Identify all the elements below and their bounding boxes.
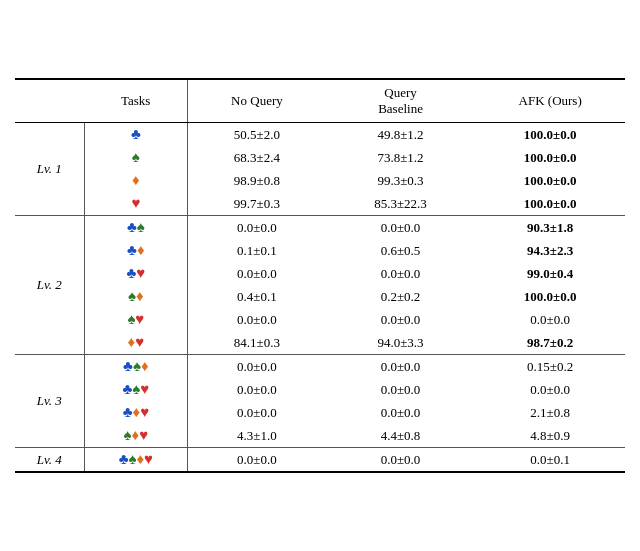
task-cell: ♣♦ <box>84 239 188 262</box>
afk-cell: 98.7±0.2 <box>475 331 625 355</box>
table-container: Tasks No Query QueryBaseline AFK (Ours) … <box>15 78 625 473</box>
task-cell: ♠♥ <box>84 308 188 331</box>
query-baseline-cell: 0.0±0.0 <box>326 216 476 240</box>
afk-cell: 0.0±0.1 <box>475 448 625 473</box>
query-baseline-cell: 0.0±0.0 <box>326 355 476 379</box>
no-query-cell: 0.0±0.0 <box>188 378 326 401</box>
query-baseline-cell: 94.0±3.3 <box>326 331 476 355</box>
query-baseline-cell: 0.6±0.5 <box>326 239 476 262</box>
level-label: Lv. 2 <box>15 216 84 355</box>
level-label: Lv. 4 <box>15 448 84 473</box>
task-cell: ♠ <box>84 146 188 169</box>
header-afk: AFK (Ours) <box>475 79 625 123</box>
afk-cell: 0.0±0.0 <box>475 308 625 331</box>
task-cell: ♣ <box>84 123 188 147</box>
afk-cell: 99.0±0.4 <box>475 262 625 285</box>
table-row: ♠68.3±2.473.8±1.2100.0±0.0 <box>15 146 625 169</box>
no-query-cell: 84.1±0.3 <box>188 331 326 355</box>
afk-cell: 2.1±0.8 <box>475 401 625 424</box>
afk-cell: 100.0±0.0 <box>475 285 625 308</box>
no-query-cell: 0.0±0.0 <box>188 262 326 285</box>
table-row: ♣♦♥0.0±0.00.0±0.02.1±0.8 <box>15 401 625 424</box>
header-query-baseline: QueryBaseline <box>326 79 476 123</box>
no-query-cell: 99.7±0.3 <box>188 192 326 216</box>
task-cell: ♠♦ <box>84 285 188 308</box>
task-cell: ♣♠♦ <box>84 355 188 379</box>
task-cell: ♣♠♦♥ <box>84 448 188 473</box>
header-no-query: No Query <box>188 79 326 123</box>
afk-cell: 0.15±0.2 <box>475 355 625 379</box>
task-cell: ♥ <box>84 192 188 216</box>
afk-cell: 94.3±2.3 <box>475 239 625 262</box>
no-query-cell: 0.0±0.0 <box>188 401 326 424</box>
no-query-cell: 0.0±0.0 <box>188 308 326 331</box>
table-row: ♦♥84.1±0.394.0±3.398.7±0.2 <box>15 331 625 355</box>
table-row: ♠♦0.4±0.10.2±0.2100.0±0.0 <box>15 285 625 308</box>
task-cell: ♣♠♥ <box>84 378 188 401</box>
query-baseline-cell: 0.0±0.0 <box>326 262 476 285</box>
header-empty <box>15 79 84 123</box>
query-baseline-cell: 0.2±0.2 <box>326 285 476 308</box>
no-query-cell: 4.3±1.0 <box>188 424 326 448</box>
task-cell: ♣♥ <box>84 262 188 285</box>
afk-cell: 100.0±0.0 <box>475 123 625 147</box>
query-baseline-cell: 0.0±0.0 <box>326 308 476 331</box>
query-baseline-cell: 49.8±1.2 <box>326 123 476 147</box>
level-label: Lv. 1 <box>15 123 84 216</box>
task-cell: ♣♦♥ <box>84 401 188 424</box>
query-baseline-cell: 0.0±0.0 <box>326 401 476 424</box>
table-row: ♣♠♥0.0±0.00.0±0.00.0±0.0 <box>15 378 625 401</box>
task-cell: ♠♦♥ <box>84 424 188 448</box>
table-row: Lv. 1♣50.5±2.049.8±1.2100.0±0.0 <box>15 123 625 147</box>
no-query-cell: 0.4±0.1 <box>188 285 326 308</box>
no-query-cell: 0.0±0.0 <box>188 448 326 473</box>
query-baseline-cell: 0.0±0.0 <box>326 378 476 401</box>
table-row: Lv. 2♣♠0.0±0.00.0±0.090.3±1.8 <box>15 216 625 240</box>
no-query-cell: 0.0±0.0 <box>188 355 326 379</box>
table-row: ♠♦♥4.3±1.04.4±0.84.8±0.9 <box>15 424 625 448</box>
results-table: Tasks No Query QueryBaseline AFK (Ours) … <box>15 78 625 473</box>
afk-cell: 0.0±0.0 <box>475 378 625 401</box>
afk-cell: 100.0±0.0 <box>475 146 625 169</box>
afk-cell: 100.0±0.0 <box>475 169 625 192</box>
afk-cell: 90.3±1.8 <box>475 216 625 240</box>
query-baseline-cell: 4.4±0.8 <box>326 424 476 448</box>
afk-cell: 100.0±0.0 <box>475 192 625 216</box>
query-baseline-cell: 85.3±22.3 <box>326 192 476 216</box>
no-query-cell: 0.1±0.1 <box>188 239 326 262</box>
afk-cell: 4.8±0.9 <box>475 424 625 448</box>
table-row: ♣♥0.0±0.00.0±0.099.0±0.4 <box>15 262 625 285</box>
table-row: ♠♥0.0±0.00.0±0.00.0±0.0 <box>15 308 625 331</box>
query-baseline-cell: 99.3±0.3 <box>326 169 476 192</box>
query-baseline-cell: 73.8±1.2 <box>326 146 476 169</box>
table-row: ♥99.7±0.385.3±22.3100.0±0.0 <box>15 192 625 216</box>
no-query-cell: 68.3±2.4 <box>188 146 326 169</box>
no-query-cell: 98.9±0.8 <box>188 169 326 192</box>
query-baseline-cell: 0.0±0.0 <box>326 448 476 473</box>
table-row: ♦98.9±0.899.3±0.3100.0±0.0 <box>15 169 625 192</box>
task-cell: ♣♠ <box>84 216 188 240</box>
table-row: Lv. 4♣♠♦♥0.0±0.00.0±0.00.0±0.1 <box>15 448 625 473</box>
no-query-cell: 50.5±2.0 <box>188 123 326 147</box>
task-cell: ♦ <box>84 169 188 192</box>
level-label: Lv. 3 <box>15 355 84 448</box>
table-row: Lv. 3♣♠♦0.0±0.00.0±0.00.15±0.2 <box>15 355 625 379</box>
task-cell: ♦♥ <box>84 331 188 355</box>
table-row: ♣♦0.1±0.10.6±0.594.3±2.3 <box>15 239 625 262</box>
header-tasks: Tasks <box>84 79 188 123</box>
no-query-cell: 0.0±0.0 <box>188 216 326 240</box>
